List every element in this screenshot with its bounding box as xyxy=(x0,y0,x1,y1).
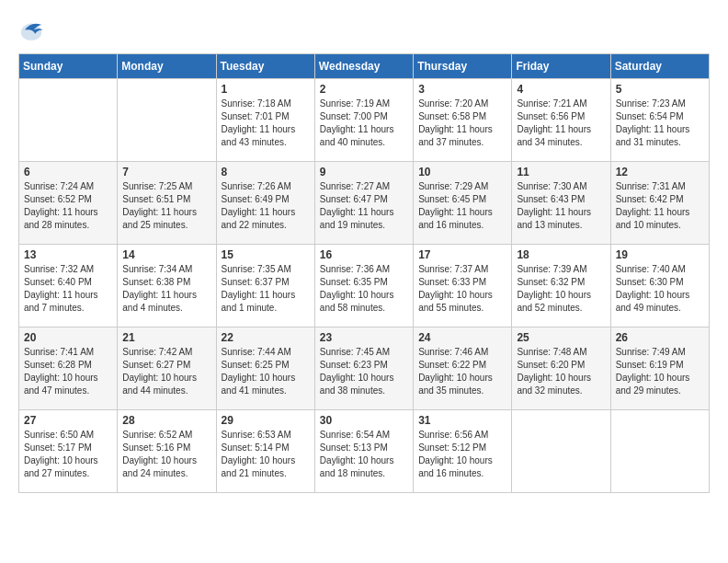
day-content: Sunrise: 7:26 AM Sunset: 6:49 PM Dayligh… xyxy=(222,180,310,232)
week-row-2: 6Sunrise: 7:24 AM Sunset: 6:52 PM Daylig… xyxy=(19,162,710,245)
day-content: Sunrise: 6:54 AM Sunset: 5:13 PM Dayligh… xyxy=(320,429,408,480)
day-number: 5 xyxy=(616,83,704,96)
calendar-header-row: SundayMondayTuesdayWednesdayThursdayFrid… xyxy=(19,54,710,79)
day-content: Sunrise: 7:39 AM Sunset: 6:32 PM Dayligh… xyxy=(517,263,605,315)
day-content: Sunrise: 7:31 AM Sunset: 6:42 PM Dayligh… xyxy=(616,180,704,232)
calendar-cell: 19Sunrise: 7:40 AM Sunset: 6:30 PM Dayli… xyxy=(610,245,709,327)
header-sunday: Sunday xyxy=(19,54,118,79)
day-number: 8 xyxy=(222,166,310,178)
header-friday: Friday xyxy=(512,54,610,79)
day-content: Sunrise: 7:45 AM Sunset: 6:23 PM Dayligh… xyxy=(320,346,408,397)
day-number: 23 xyxy=(320,331,408,344)
calendar-cell: 30Sunrise: 6:54 AM Sunset: 5:13 PM Dayli… xyxy=(314,410,413,493)
calendar-cell: 14Sunrise: 7:34 AM Sunset: 6:38 PM Dayli… xyxy=(118,245,216,327)
day-number: 22 xyxy=(222,331,310,344)
day-content: Sunrise: 7:27 AM Sunset: 6:47 PM Dayligh… xyxy=(320,180,408,232)
day-content: Sunrise: 7:23 AM Sunset: 6:54 PM Dayligh… xyxy=(616,98,704,149)
calendar-cell: 2Sunrise: 7:19 AM Sunset: 7:00 PM Daylig… xyxy=(314,79,413,162)
day-content: Sunrise: 6:52 AM Sunset: 5:16 PM Dayligh… xyxy=(122,429,210,480)
day-content: Sunrise: 7:20 AM Sunset: 6:58 PM Dayligh… xyxy=(418,98,506,149)
day-number: 31 xyxy=(418,414,506,427)
day-content: Sunrise: 7:24 AM Sunset: 6:52 PM Dayligh… xyxy=(24,180,112,232)
page-header xyxy=(18,18,710,44)
day-number: 27 xyxy=(24,414,112,427)
calendar-cell xyxy=(19,79,118,162)
header-tuesday: Tuesday xyxy=(216,54,314,79)
calendar-cell: 28Sunrise: 6:52 AM Sunset: 5:16 PM Dayli… xyxy=(118,410,216,493)
day-content: Sunrise: 7:44 AM Sunset: 6:25 PM Dayligh… xyxy=(222,346,310,397)
day-content: Sunrise: 7:35 AM Sunset: 6:37 PM Dayligh… xyxy=(222,263,310,315)
day-number: 3 xyxy=(418,83,506,96)
calendar-cell: 1Sunrise: 7:18 AM Sunset: 7:01 PM Daylig… xyxy=(216,79,314,162)
day-content: Sunrise: 7:32 AM Sunset: 6:40 PM Dayligh… xyxy=(24,263,112,315)
day-number: 18 xyxy=(517,248,605,261)
day-content: Sunrise: 7:40 AM Sunset: 6:30 PM Dayligh… xyxy=(616,263,704,315)
calendar-cell: 27Sunrise: 6:50 AM Sunset: 5:17 PM Dayli… xyxy=(19,410,118,493)
day-number: 9 xyxy=(320,166,408,178)
calendar-cell: 18Sunrise: 7:39 AM Sunset: 6:32 PM Dayli… xyxy=(512,245,610,327)
calendar-cell: 24Sunrise: 7:46 AM Sunset: 6:22 PM Dayli… xyxy=(414,327,512,410)
calendar-table: SundayMondayTuesdayWednesdayThursdayFrid… xyxy=(18,53,710,493)
calendar-cell: 16Sunrise: 7:36 AM Sunset: 6:35 PM Dayli… xyxy=(314,245,413,327)
day-number: 30 xyxy=(320,414,408,427)
day-content: Sunrise: 7:42 AM Sunset: 6:27 PM Dayligh… xyxy=(122,346,210,397)
day-content: Sunrise: 7:18 AM Sunset: 7:01 PM Dayligh… xyxy=(222,98,310,149)
day-number: 6 xyxy=(24,166,112,178)
logo-icon xyxy=(18,18,44,44)
day-content: Sunrise: 6:53 AM Sunset: 5:14 PM Dayligh… xyxy=(222,429,310,480)
week-row-5: 27Sunrise: 6:50 AM Sunset: 5:17 PM Dayli… xyxy=(19,410,710,493)
day-content: Sunrise: 7:29 AM Sunset: 6:45 PM Dayligh… xyxy=(418,180,506,232)
day-content: Sunrise: 7:46 AM Sunset: 6:22 PM Dayligh… xyxy=(418,346,506,397)
day-content: Sunrise: 7:36 AM Sunset: 6:35 PM Dayligh… xyxy=(320,263,408,315)
day-content: Sunrise: 6:56 AM Sunset: 5:12 PM Dayligh… xyxy=(418,429,506,480)
calendar-cell: 12Sunrise: 7:31 AM Sunset: 6:42 PM Dayli… xyxy=(610,162,709,245)
calendar-cell: 8Sunrise: 7:26 AM Sunset: 6:49 PM Daylig… xyxy=(216,162,314,245)
day-number: 12 xyxy=(616,166,704,178)
header-monday: Monday xyxy=(118,54,216,79)
calendar-cell: 15Sunrise: 7:35 AM Sunset: 6:37 PM Dayli… xyxy=(216,245,314,327)
calendar-cell: 21Sunrise: 7:42 AM Sunset: 6:27 PM Dayli… xyxy=(118,327,216,410)
day-number: 21 xyxy=(122,331,210,344)
calendar-cell: 13Sunrise: 7:32 AM Sunset: 6:40 PM Dayli… xyxy=(19,245,118,327)
day-number: 4 xyxy=(517,83,605,96)
calendar-body: 1Sunrise: 7:18 AM Sunset: 7:01 PM Daylig… xyxy=(19,79,710,493)
day-content: Sunrise: 7:21 AM Sunset: 6:56 PM Dayligh… xyxy=(517,98,605,149)
day-number: 1 xyxy=(222,83,310,96)
day-number: 25 xyxy=(517,331,605,344)
calendar-cell: 29Sunrise: 6:53 AM Sunset: 5:14 PM Dayli… xyxy=(216,410,314,493)
day-number: 24 xyxy=(418,331,506,344)
day-number: 10 xyxy=(418,166,506,178)
calendar-cell: 7Sunrise: 7:25 AM Sunset: 6:51 PM Daylig… xyxy=(118,162,216,245)
week-row-1: 1Sunrise: 7:18 AM Sunset: 7:01 PM Daylig… xyxy=(19,79,710,162)
calendar-cell: 11Sunrise: 7:30 AM Sunset: 6:43 PM Dayli… xyxy=(512,162,610,245)
day-number: 28 xyxy=(122,414,210,427)
calendar-cell: 6Sunrise: 7:24 AM Sunset: 6:52 PM Daylig… xyxy=(19,162,118,245)
calendar-cell xyxy=(512,410,610,493)
day-content: Sunrise: 7:48 AM Sunset: 6:20 PM Dayligh… xyxy=(517,346,605,397)
header-thursday: Thursday xyxy=(414,54,512,79)
day-number: 14 xyxy=(122,248,210,261)
day-content: Sunrise: 7:30 AM Sunset: 6:43 PM Dayligh… xyxy=(517,180,605,232)
day-content: Sunrise: 7:49 AM Sunset: 6:19 PM Dayligh… xyxy=(616,346,704,397)
calendar-cell: 17Sunrise: 7:37 AM Sunset: 6:33 PM Dayli… xyxy=(414,245,512,327)
calendar-cell: 5Sunrise: 7:23 AM Sunset: 6:54 PM Daylig… xyxy=(610,79,709,162)
calendar-cell: 10Sunrise: 7:29 AM Sunset: 6:45 PM Dayli… xyxy=(414,162,512,245)
day-number: 17 xyxy=(418,248,506,261)
day-number: 29 xyxy=(222,414,310,427)
calendar-cell: 3Sunrise: 7:20 AM Sunset: 6:58 PM Daylig… xyxy=(414,79,512,162)
day-number: 16 xyxy=(320,248,408,261)
day-number: 19 xyxy=(616,248,704,261)
day-number: 20 xyxy=(24,331,112,344)
day-number: 13 xyxy=(24,248,112,261)
day-content: Sunrise: 7:37 AM Sunset: 6:33 PM Dayligh… xyxy=(418,263,506,315)
day-content: Sunrise: 7:41 AM Sunset: 6:28 PM Dayligh… xyxy=(24,346,112,397)
day-number: 7 xyxy=(122,166,210,178)
calendar-cell: 22Sunrise: 7:44 AM Sunset: 6:25 PM Dayli… xyxy=(216,327,314,410)
calendar-cell xyxy=(118,79,216,162)
day-content: Sunrise: 7:25 AM Sunset: 6:51 PM Dayligh… xyxy=(122,180,210,232)
calendar-cell: 20Sunrise: 7:41 AM Sunset: 6:28 PM Dayli… xyxy=(19,327,118,410)
day-content: Sunrise: 6:50 AM Sunset: 5:17 PM Dayligh… xyxy=(24,429,112,480)
week-row-4: 20Sunrise: 7:41 AM Sunset: 6:28 PM Dayli… xyxy=(19,327,710,410)
calendar-cell: 23Sunrise: 7:45 AM Sunset: 6:23 PM Dayli… xyxy=(314,327,413,410)
calendar-cell: 31Sunrise: 6:56 AM Sunset: 5:12 PM Dayli… xyxy=(414,410,512,493)
